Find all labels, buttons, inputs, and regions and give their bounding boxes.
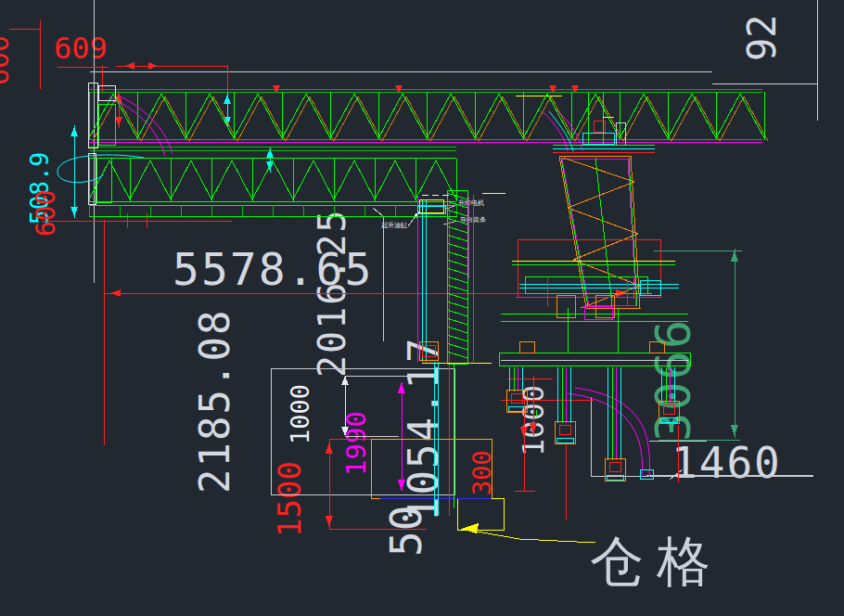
dim-300: 300	[469, 450, 494, 495]
dim-1990: 1990	[343, 411, 370, 476]
dim-92: 92	[743, 14, 782, 61]
dim-1460: 1460	[671, 442, 782, 484]
dim-1000-left: 1000	[288, 384, 313, 444]
dim-600-left: 600	[33, 189, 59, 237]
bin-callout-label: 仓格	[590, 534, 723, 588]
dim-1000-right: 1000	[518, 385, 548, 456]
dim-1054-17: 1054.17	[403, 337, 444, 521]
part-label-right-bottom: 导向齿条	[460, 217, 486, 224]
dim-1500: 1500	[274, 461, 305, 537]
dim-2185-08: 2185.08	[195, 309, 236, 494]
dim-3066: 3066	[649, 318, 697, 442]
dim-50: 50	[385, 506, 428, 557]
part-label-right-top: 升降电机	[458, 200, 484, 207]
dim-609: 609	[54, 33, 108, 63]
dim-600-top: 600	[0, 35, 13, 85]
dim-2016-25: 2016.25	[313, 208, 351, 378]
part-label-left: 起升油缸	[381, 223, 407, 229]
cad-canvas[interactable]: 600 609 92 508.9 600 5578.65 2185.08 201…	[0, 0, 844, 616]
